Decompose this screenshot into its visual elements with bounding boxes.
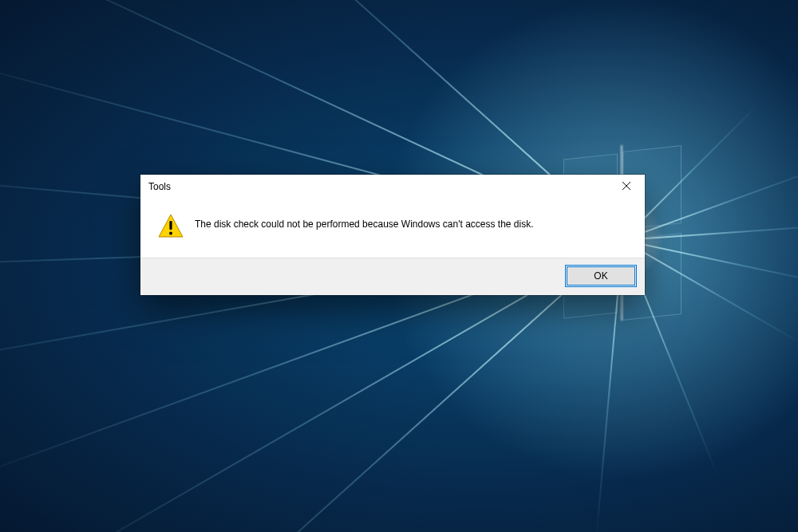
dialog-button-row: OK	[140, 258, 645, 295]
svg-rect-3	[169, 221, 172, 230]
close-button[interactable]	[608, 175, 645, 199]
wallpaper-ray	[622, 239, 798, 287]
svg-point-4	[169, 231, 172, 234]
close-icon	[622, 181, 630, 192]
desktop-wallpaper: Tools The disk check could not be perf	[0, 0, 798, 532]
dialog-message: The disk check could not be performed be…	[195, 213, 534, 231]
wallpaper-ray	[622, 163, 798, 241]
dialog-body: The disk check could not be performed be…	[140, 199, 645, 258]
wallpaper-ray	[622, 223, 798, 241]
warning-icon	[158, 213, 184, 238]
wallpaper-ray	[622, 239, 799, 345]
message-dialog: Tools The disk check could not be perf	[140, 175, 645, 295]
dialog-title: Tools	[148, 181, 171, 192]
dialog-titlebar[interactable]: Tools	[140, 175, 645, 199]
ok-button[interactable]: OK	[567, 266, 635, 286]
